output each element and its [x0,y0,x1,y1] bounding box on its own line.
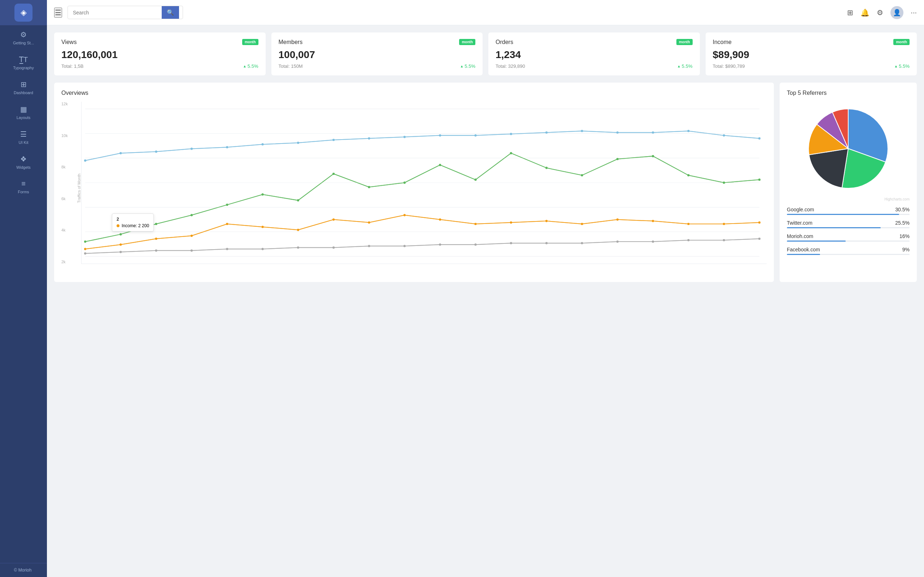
svg-point-132 [723,182,725,184]
svg-point-171 [687,239,690,241]
sidebar-item-getting-started[interactable]: ⚙ Getting St... [0,25,47,50]
sidebar-item-widgets[interactable]: ❖ Widgets [0,150,47,174]
svg-point-160 [297,246,299,248]
svg-point-164 [439,243,441,246]
referrer-name: Twitter.com [787,220,813,226]
svg-point-105 [474,134,477,137]
sidebar-item-forms[interactable]: ≡ Forms [0,174,47,199]
grid-icon[interactable]: ⊞ [847,8,853,17]
stat-title-members: Members [279,39,303,45]
stat-header-orders: Orders month [496,39,693,45]
settings-icon[interactable]: ⚙ [877,8,883,17]
pie-segment-direct[interactable] [809,148,848,188]
svg-point-114 [84,240,86,243]
svg-point-149 [617,219,619,221]
svg-point-167 [545,242,548,244]
sidebar-item-typography[interactable]: T̲T Typography [0,50,47,75]
nav-items: ⚙ Getting St...T̲T Typography⊞ Dashboard… [0,25,47,563]
referrer-item-facebookcom: Facebook.com 9% [787,247,909,255]
stat-change-members: 5.5% [460,63,475,69]
svg-point-127 [545,167,548,169]
svg-point-133 [758,179,761,181]
svg-point-124 [439,164,441,166]
stat-header-income: Income month [713,39,910,45]
stat-card-views: Views month 120,160,001 Total: 1,5B 5.5% [54,32,266,76]
svg-point-150 [652,220,654,222]
y-label-4k: 4k [61,228,76,232]
overviews-card: Overviews 2k4k6k8k10k12k 2 Income: 2 200 [54,82,774,282]
menu-button[interactable]: ☰ [54,8,62,18]
svg-point-157 [191,250,193,252]
highcharts-credit: Highcharts.com [787,197,909,201]
sidebar-item-layouts[interactable]: ▦ Layouts [0,100,47,125]
svg-point-109 [617,131,619,134]
progress-fill [787,254,820,255]
svg-point-159 [262,248,264,250]
search-button[interactable]: 🔍 [162,6,179,19]
svg-point-118 [226,204,228,206]
avatar[interactable]: 👤 [890,6,903,19]
svg-point-130 [652,155,654,157]
svg-point-96 [155,151,157,153]
sidebar-label-typography: Typography [13,66,34,70]
content-area: Views month 120,160,001 Total: 1,5B 5.5%… [47,25,924,577]
stat-title-views: Views [61,39,76,45]
pie-wrapper [787,102,909,195]
search-box: 🔍 [68,6,183,19]
more-icon[interactable]: ··· [911,8,917,16]
svg-point-161 [333,246,334,248]
bell-icon[interactable]: 🔔 [861,8,869,17]
widgets-icon: ❖ [20,155,27,163]
stat-badge-orders: month [677,39,693,45]
logo-icon[interactable]: ◈ [15,3,32,22]
stat-badge-views: month [242,39,258,45]
search-input[interactable] [68,7,162,18]
chart-plot [81,102,767,264]
svg-point-166 [510,242,512,244]
svg-point-137 [191,235,193,237]
stat-value-views: 120,160,001 [61,49,258,61]
svg-point-103 [404,136,406,138]
sidebar-label-layouts: Layouts [16,115,31,120]
referrer-row: Google.com 30.5% [787,206,909,213]
stat-value-members: 100,007 [279,49,476,61]
svg-point-119 [262,193,264,195]
header: ☰ 🔍 ⊞ 🔔 ⚙ 👤 ··· [47,0,924,25]
svg-point-155 [120,251,122,253]
svg-point-122 [368,186,370,188]
svg-point-146 [510,221,512,224]
svg-point-148 [581,223,583,225]
stat-title-income: Income [713,39,732,45]
y-label-8k: 8k [61,165,76,169]
svg-point-138 [226,223,228,225]
progress-bar [787,240,909,242]
svg-point-173 [758,238,761,240]
stat-card-income: Income month $89,909 Total: $890,789 5.5… [706,32,917,76]
sidebar-item-ui-kit[interactable]: ☰ UI Kit [0,125,47,150]
stat-total-orders: Total: 329,890 [496,63,525,69]
referrer-row: Morioh.com 16% [787,233,909,239]
sidebar-label-getting-started: Getting St... [13,41,34,45]
stat-total-members: Total: 150M [279,63,303,69]
svg-point-112 [723,134,725,137]
svg-point-128 [581,174,583,176]
svg-point-131 [687,174,690,176]
svg-point-136 [155,238,157,240]
referrer-pct: 30.5% [895,206,909,213]
svg-point-116 [155,223,157,225]
svg-point-147 [545,220,548,222]
referrer-pct: 16% [900,233,909,239]
svg-point-108 [581,130,583,132]
svg-point-104 [439,134,441,137]
svg-point-151 [687,223,690,225]
stat-value-orders: 1,234 [496,49,693,61]
layouts-icon: ▦ [20,105,27,114]
svg-point-168 [581,242,583,244]
stat-total-income: Total: $890,789 [713,63,745,69]
referrer-item-googlecom: Google.com 30.5% [787,206,909,215]
stat-footer-orders: Total: 329,890 5.5% [496,63,693,69]
sidebar-item-dashboard[interactable]: ⊞ Dashboard [0,75,47,100]
svg-point-158 [226,248,228,250]
svg-point-101 [333,139,334,141]
referrer-item-twittercom: Twitter.com 25.5% [787,220,909,228]
